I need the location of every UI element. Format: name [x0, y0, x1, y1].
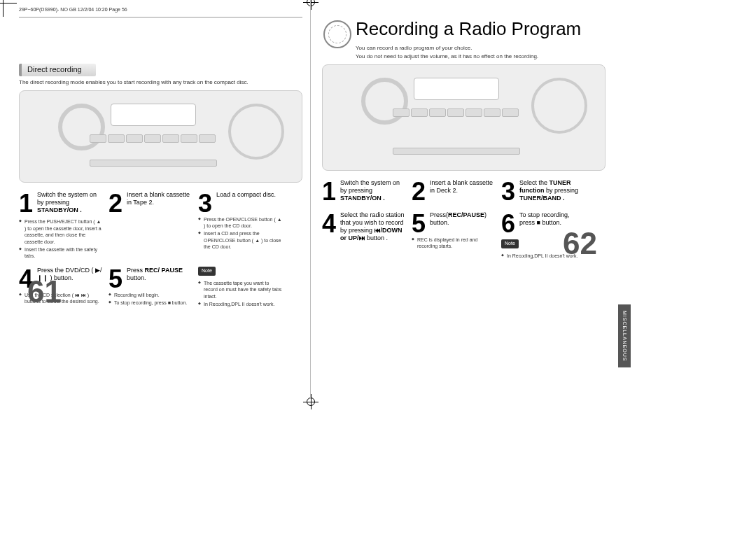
step-text: Press(REC/PAUSE) button.: [430, 211, 496, 227]
step-2: 2 Insert a blank cassette in Deck 2.: [412, 178, 496, 204]
step-text: Load a compact disc.: [216, 191, 282, 199]
step-line: Switch the system on by pressing: [340, 179, 400, 194]
device-illustration: [19, 90, 302, 183]
step-accent: STANDBY/ON .: [37, 206, 82, 213]
step-text: Insert a blank cassette in Tape 2.: [127, 191, 192, 207]
step-accent: REC/ PAUSE: [145, 267, 183, 274]
intro-line: You can record a radio program of your c…: [356, 45, 606, 52]
step-number: 5: [108, 267, 122, 292]
step-4: 4 Select the radio station that you wish…: [322, 210, 406, 260]
step-line: Switch the system on by pressing: [37, 191, 97, 206]
step-1: 1 Switch the system on by pressing STAND…: [322, 178, 406, 204]
step-text: Switch the system on by pressing STANDBY…: [340, 179, 406, 203]
page-number: 61: [27, 272, 62, 311]
section-intro: The direct recording mode enables you to…: [19, 79, 302, 86]
step-5: 5 Press REC/ PAUSE button. Recording wil…: [108, 265, 192, 308]
step-line: button .: [367, 234, 388, 241]
section-title: Direct recording: [19, 64, 96, 76]
step-number: 4: [322, 211, 336, 237]
step-sub: Recording will begin. To stop recording,…: [108, 292, 192, 307]
header-job-line: 29P~60P(DS990)- NO GB 12/2/04 10:20 Page…: [19, 7, 302, 13]
step-sub: REC is displayed in red and recording st…: [412, 237, 496, 250]
side-category-tab: MISCELLANEOUS: [618, 304, 631, 367]
step-number: 6: [501, 211, 515, 237]
sub-line: Insert a CD and press the OPEN/CLOSE but…: [198, 230, 282, 250]
step-sub: Press the OPEN/CLOSE button ( ▲ ) to ope…: [198, 216, 282, 251]
sub-line: The cassette tape you want to record on …: [198, 280, 282, 300]
step-accent: TUNER/BAND .: [519, 195, 565, 202]
step-5: 5 Press(REC/PAUSE) button. REC is displa…: [412, 210, 496, 260]
step-number: 3: [198, 191, 212, 216]
step-3: 3 Select the TUNER function by pressing …: [501, 178, 585, 204]
sub-line: Press the PUSH/EJECT button ( ▲ ) to ope…: [19, 218, 103, 245]
step-3: 3 Load a compact disc. Press the OPEN/CL…: [198, 190, 282, 260]
step-line: button.: [430, 219, 449, 226]
register-mark: [307, 398, 315, 406]
step-line: Press: [127, 267, 143, 274]
step-number: 2: [412, 179, 426, 204]
intro-line: You do not need to adjust the volume, as…: [356, 53, 606, 60]
sub-line: To stop recording, press ■ button.: [108, 300, 192, 306]
sub-line: Press the OPEN/CLOSE button ( ▲ ) to ope…: [198, 216, 282, 230]
step-text: Insert a blank cassette in Deck 2.: [430, 179, 496, 195]
step-number: 3: [501, 179, 515, 204]
step-text: Select the radio station that you wish t…: [340, 211, 406, 243]
step-sub: Press the PUSH/EJECT button ( ▲ ) to ope…: [19, 218, 103, 260]
step-number: 2: [108, 191, 122, 216]
left-page: 29P~60P(DS990)- NO GB 12/2/04 10:20 Page…: [19, 7, 302, 307]
note-badge: Note: [198, 267, 216, 276]
device-illustration: [322, 64, 606, 171]
step-accent: REC/PAUSE: [448, 211, 484, 218]
step-1: 1 Switch the system on by pressing STAND…: [19, 190, 103, 260]
sub-line: Recording will begin.: [108, 292, 192, 298]
register-mark: [307, 0, 315, 6]
title-ring-icon: [323, 20, 351, 48]
step-accent: STANDBY/ON .: [340, 195, 385, 202]
sub-line: In Recoding,DPL II doesn't work.: [198, 301, 282, 307]
step-text: Switch the system on by pressing STANDBY…: [37, 191, 103, 215]
step-number: 1: [322, 179, 336, 204]
note-body: The cassette tape you want to record on …: [198, 280, 282, 308]
spread-divider: [310, 0, 311, 399]
step-line: by pressing: [546, 187, 578, 194]
print-sheet: 29P~60P(DS990)- NO GB 12/2/04 10:20 Page…: [0, 0, 756, 534]
sub-line: Insert the cassette with the safety tabs…: [19, 246, 103, 260]
step-line: button.: [127, 274, 146, 281]
header-rule: [19, 17, 302, 17]
step-number: 5: [412, 211, 426, 237]
step-note: Note The cassette tape you want to recor…: [198, 265, 282, 308]
step-text: Press REC/ PAUSE button.: [127, 267, 192, 283]
step-text: Select the TUNER function by pressing TU…: [519, 179, 585, 203]
crop-mark: [3, 0, 4, 17]
step-number: 1: [19, 191, 33, 216]
right-page: Recording a Radio Program You can record…: [322, 17, 606, 259]
step-line: Press: [430, 211, 446, 218]
step-2: 2 Insert a blank cassette in Tape 2.: [108, 190, 192, 260]
note-badge: Note: [501, 239, 519, 248]
sub-line: REC is displayed in red and recording st…: [412, 237, 496, 250]
page-number: 62: [563, 224, 597, 262]
title-wrap: Recording a Radio Program: [356, 17, 606, 41]
step-line: Select the: [519, 179, 547, 186]
page-title: Recording a Radio Program: [356, 17, 606, 41]
